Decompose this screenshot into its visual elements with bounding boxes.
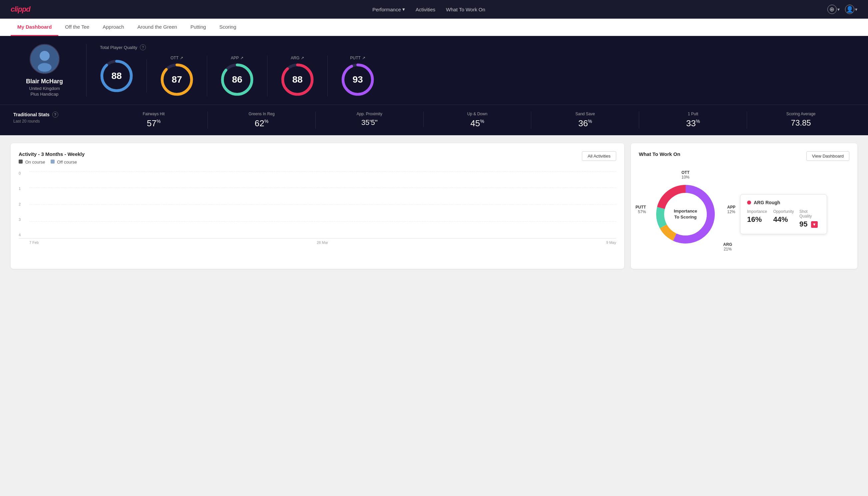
avatar — [30, 44, 60, 74]
scores-section: Total Player Quality ? 88 OTT ↗ — [86, 44, 855, 96]
nav-links: Performance ▾ Activities What To Work On — [373, 6, 485, 12]
stat-greens-in-reg: Greens In Reg 62% — [208, 112, 316, 128]
score-card-ott: OTT ↗ 87 — [147, 56, 207, 96]
view-dashboard-button[interactable]: View Dashboard — [806, 151, 849, 161]
grid-line-1 — [29, 221, 616, 221]
legend-off-course: Off course — [51, 159, 77, 165]
tooltip-metric-importance: Importance 16% — [747, 209, 768, 229]
player-handicap: Plus Handicap — [31, 92, 59, 97]
grid-line-4 — [29, 171, 616, 172]
score-card-arg: ARG ↗ 88 — [267, 56, 328, 96]
chevron-down-icon: ▾ — [403, 6, 405, 12]
total-pq-label: Total Player Quality ? — [100, 44, 855, 50]
legend-on-course: On course — [19, 159, 45, 165]
donut-panel-inner: OTT 10% APP 12% ARG 21% PUTT 57% — [639, 168, 849, 261]
trend-icon-ott: ↗ — [180, 56, 183, 60]
score-value-ott: 87 — [172, 74, 182, 85]
tab-approach[interactable]: Approach — [96, 19, 130, 36]
tab-around-the-green[interactable]: Around the Green — [130, 19, 184, 36]
tooltip-metric-opportunity: Opportunity 44% — [773, 209, 794, 229]
nav-performance[interactable]: Performance ▾ — [373, 6, 405, 12]
svg-point-2 — [38, 63, 51, 72]
chart-legend: On course Off course — [19, 159, 84, 165]
donut-label-ott: OTT 10% — [681, 170, 690, 180]
stats-items: Fairways Hit 57% Greens In Reg 62% App. … — [86, 112, 855, 128]
svg-point-1 — [40, 51, 50, 61]
score-value-total: 88 — [111, 71, 122, 81]
grid-line-3 — [29, 188, 616, 188]
wtwon-panel-header: What To Work On View Dashboard — [639, 151, 849, 161]
grid-line-2 — [29, 204, 616, 205]
wtwon-title: What To Work On — [639, 151, 680, 157]
help-icon[interactable]: ? — [140, 44, 146, 50]
donut-center-label: Importance To Scoring — [674, 208, 697, 220]
stat-fairways-hit: Fairways Hit 57% — [100, 112, 208, 128]
add-button[interactable]: ⊕ ▾ — [827, 5, 840, 14]
player-info: Blair McHarg United Kingdom Plus Handica… — [13, 44, 86, 97]
activity-chart-title: Activity - 3 Months - Weekly — [19, 151, 84, 157]
bar-chart: 43210 — [19, 171, 616, 245]
user-menu-button[interactable]: 👤 ▾ — [845, 5, 857, 14]
score-value-arg: 88 — [292, 74, 302, 85]
hero-section: Blair McHarg United Kingdom Plus Handica… — [0, 36, 868, 105]
score-card-total: 88 — [100, 59, 147, 93]
stat-one-putt: 1 Putt 33% — [639, 112, 747, 128]
stats-bar: Traditional Stats ? Last 20 rounds Fairw… — [0, 105, 868, 135]
score-value-app: 86 — [232, 74, 242, 85]
tabs-bar: My Dashboard Off the Tee Approach Around… — [0, 19, 868, 36]
logo[interactable]: clippd — [11, 5, 30, 14]
stats-label-section: Traditional Stats ? Last 20 rounds — [13, 112, 86, 124]
y-axis-labels: 43210 — [19, 171, 28, 238]
score-label-putt: PUTT ↗ — [350, 56, 365, 60]
donut-app: 86 — [221, 63, 254, 96]
trend-icon-arg: ↗ — [301, 56, 304, 60]
donut-ott: 87 — [160, 63, 193, 96]
score-label-ott: OTT ↗ — [171, 56, 183, 60]
stat-app-proximity: App. Proximity 35'5" — [316, 112, 424, 127]
top-nav: clippd Performance ▾ Activities What To … — [0, 0, 868, 19]
donut-arg: 88 — [281, 63, 314, 96]
score-card-putt: PUTT ↗ 93 — [328, 56, 388, 96]
tooltip-metric-shot-quality: Shot Quality 95 ▼ — [800, 209, 820, 229]
what-to-work-on-panel: What To Work On View Dashboard OTT 10% A… — [631, 143, 857, 269]
trend-icon-putt: ↗ — [362, 56, 365, 60]
nav-right: ⊕ ▾ 👤 ▾ — [827, 5, 857, 14]
player-country: United Kingdom — [29, 86, 60, 91]
donut-chart-container: OTT 10% APP 12% ARG 21% PUTT 57% — [639, 168, 732, 261]
stat-sand-save: Sand Save 36% — [531, 112, 639, 128]
tooltip-title: ARG Rough — [747, 200, 820, 205]
tooltip-dot — [747, 201, 751, 204]
stat-up-and-down: Up & Down 45% — [424, 112, 532, 128]
donut-label-putt: PUTT 57% — [635, 205, 646, 214]
tab-my-dashboard[interactable]: My Dashboard — [11, 19, 58, 36]
x-axis-labels: 7 Feb 28 Mar 9 May — [19, 241, 616, 245]
score-label-arg: ARG ↗ — [291, 56, 304, 60]
nav-activities[interactable]: Activities — [416, 7, 435, 12]
tab-scoring[interactable]: Scoring — [212, 19, 243, 36]
bottom-panels: Activity - 3 Months - Weekly On course O… — [0, 135, 868, 277]
tooltip-metrics: Importance 16% Opportunity 44% Shot Qual… — [747, 209, 820, 229]
tab-off-the-tee[interactable]: Off the Tee — [58, 19, 96, 36]
score-value-putt: 93 — [352, 74, 363, 85]
stats-period: Last 20 rounds — [13, 119, 86, 124]
stats-title: Traditional Stats ? — [13, 112, 86, 118]
trend-icon-app: ↗ — [240, 56, 243, 60]
activity-panel-header: Activity - 3 Months - Weekly On course O… — [19, 151, 616, 165]
nav-what-to-work-on[interactable]: What To Work On — [446, 7, 485, 12]
donut-total: 88 — [100, 59, 133, 93]
chart-area: 43210 — [19, 171, 616, 238]
donut-label-arg: ARG 21% — [723, 242, 732, 251]
tab-putting[interactable]: Putting — [184, 19, 213, 36]
stats-help-icon[interactable]: ? — [52, 112, 58, 118]
stat-scoring-avg: Scoring Average 73.85 — [747, 112, 855, 128]
score-cards: 88 OTT ↗ 87 APP — [100, 56, 855, 96]
donut-putt: 93 — [341, 63, 374, 96]
shot-quality-badge: ▼ — [811, 221, 818, 228]
donut-label-app: APP 12% — [727, 205, 736, 214]
activity-chart-panel: Activity - 3 Months - Weekly On course O… — [11, 143, 624, 269]
player-name: Blair McHarg — [26, 78, 63, 85]
tooltip-card: ARG Rough Importance 16% Opportunity 44%… — [740, 194, 827, 234]
score-card-app: APP ↗ 86 — [207, 56, 267, 96]
all-activities-button[interactable]: All Activities — [582, 151, 616, 161]
score-label-app: APP ↗ — [231, 56, 243, 60]
